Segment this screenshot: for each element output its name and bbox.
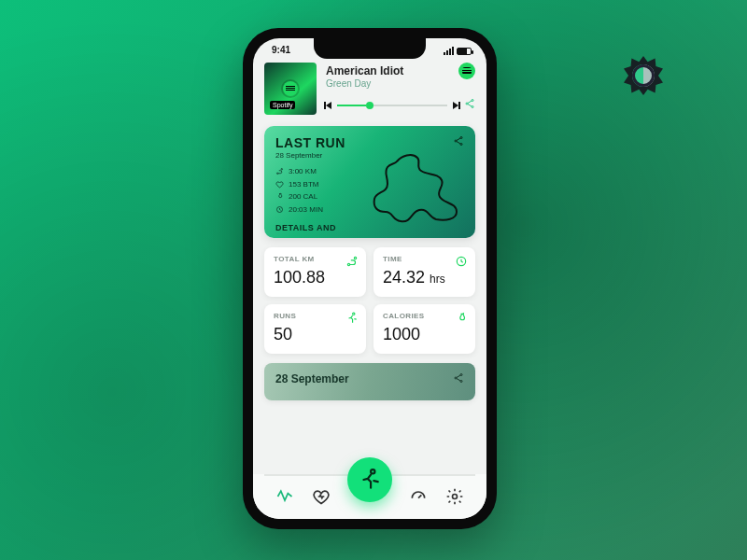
svg-point-5 [460, 144, 462, 146]
tile-value: 24.32 hrs [383, 268, 466, 287]
svg-point-3 [460, 137, 462, 139]
day-card-title: 28 September [275, 372, 464, 385]
last-run-card[interactable]: LAST RUN 28 September 3:00 KM 153 BTM 20… [264, 126, 475, 238]
last-run-heading: LAST RUN [275, 135, 464, 150]
track-artist: Green Day [326, 78, 475, 89]
share-icon[interactable] [453, 372, 464, 386]
svg-point-2 [472, 106, 473, 108]
status-indicators [444, 47, 472, 55]
share-icon[interactable] [464, 98, 475, 112]
svg-point-17 [371, 469, 374, 473]
route-map [369, 150, 462, 225]
prev-button[interactable] [326, 102, 331, 109]
stat-duration: 20:03 MIN [289, 203, 323, 217]
tile-value: 100.88 [274, 268, 357, 287]
svg-point-14 [455, 377, 457, 379]
tile-value: 1000 [383, 325, 466, 344]
route-icon [345, 255, 359, 268]
svg-point-15 [460, 381, 462, 383]
svg-point-0 [472, 100, 473, 102]
next-button[interactable] [453, 102, 458, 109]
svg-point-13 [460, 374, 462, 376]
notch [314, 38, 426, 59]
tab-heart[interactable] [311, 486, 331, 507]
tab-settings[interactable] [444, 486, 465, 507]
tab-speed[interactable] [408, 486, 429, 507]
tile-label: CALORIES [383, 312, 466, 320]
track-title: American Idiot [326, 64, 475, 77]
now-playing-card[interactable]: Spotify American Idiot Green Day [264, 63, 475, 115]
svg-point-10 [354, 258, 356, 259]
tile-runs[interactable]: RUNS 50 [264, 304, 366, 354]
spotify-icon [283, 81, 298, 96]
battery-icon [457, 48, 472, 55]
svg-point-4 [455, 140, 457, 142]
theme-badge [624, 56, 663, 95]
svg-point-1 [466, 103, 468, 105]
flame-icon [455, 312, 468, 325]
status-time: 9:41 [272, 45, 290, 55]
start-run-fab[interactable] [347, 457, 392, 502]
share-icon[interactable] [453, 135, 464, 149]
tile-total-km[interactable]: TOTAL KM 100.88 [264, 247, 366, 297]
music-service-label: Spotify [270, 101, 295, 109]
tile-label: RUNS [274, 312, 357, 320]
tile-value: 50 [274, 325, 357, 344]
flame-icon [275, 192, 284, 201]
stat-calories: 200 CAL [289, 190, 317, 203]
stat-heart: 153 BTM [289, 178, 318, 191]
route-icon [275, 167, 284, 175]
spotify-badge-icon[interactable] [458, 63, 475, 79]
tile-label: TOTAL KM [274, 255, 357, 263]
svg-point-12 [353, 314, 355, 315]
runner-icon [345, 312, 359, 325]
signal-icon [444, 47, 454, 55]
screen: 9:41 Spotify American Idiot Green Day [253, 38, 486, 519]
stat-distance: 3:00 KM [289, 165, 317, 178]
svg-point-9 [347, 264, 349, 266]
tile-time[interactable]: TIME 24.32 hrs [374, 247, 475, 297]
tile-label: TIME [383, 255, 466, 263]
tile-calories[interactable]: CALORIES 1000 [374, 304, 475, 354]
svg-point-16 [453, 495, 458, 499]
day-summary-card[interactable]: 28 September [264, 363, 475, 400]
playback-progress[interactable] [337, 105, 447, 106]
clock-icon [455, 255, 468, 268]
svg-point-7 [281, 169, 283, 171]
album-art[interactable]: Spotify [264, 63, 317, 115]
tab-activity[interactable] [275, 486, 295, 507]
svg-point-6 [277, 173, 279, 175]
phone-frame: 9:41 Spotify American Idiot Green Day [243, 28, 497, 529]
heart-icon [275, 180, 284, 189]
clock-icon [275, 205, 284, 214]
